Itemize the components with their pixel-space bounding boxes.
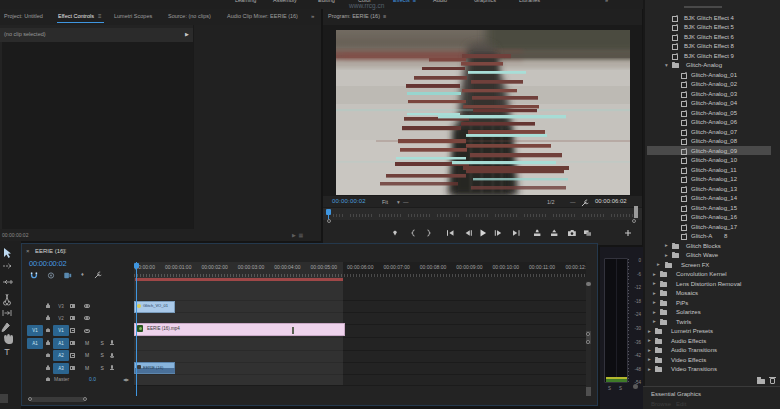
svg-text:T: T bbox=[4, 347, 10, 357]
